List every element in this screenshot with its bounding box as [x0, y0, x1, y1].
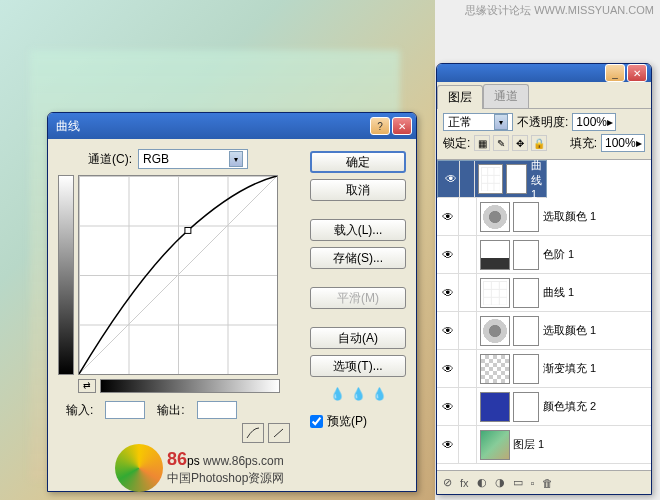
arrow-icon: ▸ — [636, 136, 642, 150]
output-label: 输出: — [157, 402, 184, 419]
folder-icon[interactable]: ▭ — [513, 476, 523, 489]
preview-checkbox[interactable]: 预览(P) — [310, 413, 406, 430]
logo-icon — [115, 444, 163, 492]
link-cell[interactable] — [459, 426, 477, 463]
layer-thumb[interactable] — [480, 392, 510, 422]
layer-mask-thumb[interactable] — [506, 164, 527, 194]
curve-line[interactable] — [79, 176, 277, 374]
opacity-label: 不透明度: — [517, 114, 568, 131]
fill-label: 填充: — [570, 135, 597, 152]
preview-check-input[interactable] — [310, 415, 323, 428]
layer-mask-thumb[interactable] — [513, 354, 539, 384]
input-label: 输入: — [66, 402, 93, 419]
lock-paint-icon[interactable]: ✎ — [493, 135, 509, 151]
fx-icon[interactable]: fx — [460, 477, 469, 489]
layers-panel: _ ✕ 图层 通道 正常 ▾ 不透明度: 100%▸ 锁定: ▦ ✎ ✥ 🔒 填… — [436, 63, 652, 495]
layer-thumb[interactable] — [480, 430, 510, 460]
layer-row[interactable]: 👁选取颜色 1 — [437, 198, 651, 236]
layer-row[interactable]: 👁曲线 1 — [437, 160, 547, 198]
preview-label: 预览(P) — [327, 413, 367, 430]
layer-mask-thumb[interactable] — [513, 278, 539, 308]
panel-footer: ⊘ fx ◐ ◑ ▭ ▫ 🗑 — [437, 470, 651, 494]
arrow-icon: ▸ — [607, 115, 613, 129]
lock-transparent-icon[interactable]: ▦ — [474, 135, 490, 151]
layer-name: 渐变填充 1 — [543, 361, 651, 376]
layer-row[interactable]: 👁色阶 1 — [437, 236, 651, 274]
layer-name: 曲线 1 — [543, 285, 651, 300]
visibility-eye-icon[interactable]: 👁 — [437, 350, 459, 387]
mask-icon[interactable]: ◐ — [477, 476, 487, 489]
visibility-eye-icon[interactable]: 👁 — [437, 274, 459, 311]
white-eyedropper-icon[interactable]: 💧 — [372, 387, 387, 401]
layer-name: 选取颜色 1 — [543, 209, 651, 224]
link-cell[interactable] — [459, 312, 477, 349]
input-gradient — [100, 379, 280, 393]
visibility-eye-icon[interactable]: 👁 — [437, 426, 459, 463]
channel-select[interactable]: RGB ▾ — [138, 149, 248, 169]
output-gradient — [58, 175, 74, 375]
link-cell[interactable] — [459, 236, 477, 273]
link-icon[interactable]: ⊘ — [443, 476, 452, 489]
blend-mode-value: 正常 — [448, 114, 472, 131]
help-button[interactable]: ? — [370, 117, 390, 135]
save-button[interactable]: 存储(S)... — [310, 247, 406, 269]
layer-row[interactable]: 👁曲线 1 — [437, 274, 651, 312]
layer-name: 曲线 1 — [531, 160, 542, 200]
visibility-eye-icon[interactable]: 👁 — [437, 312, 459, 349]
layer-mask-thumb[interactable] — [513, 202, 539, 232]
layer-thumb[interactable] — [480, 278, 510, 308]
svg-line-0 — [79, 176, 277, 374]
gray-eyedropper-icon[interactable]: 💧 — [351, 387, 366, 401]
visibility-eye-icon[interactable]: 👁 — [442, 161, 460, 197]
new-layer-icon[interactable]: ▫ — [531, 477, 535, 489]
tab-layers[interactable]: 图层 — [437, 85, 483, 109]
lock-all-icon[interactable]: 🔒 — [531, 135, 547, 151]
visibility-eye-icon[interactable]: 👁 — [437, 198, 459, 235]
cancel-button[interactable]: 取消 — [310, 179, 406, 201]
panel-min-button[interactable]: _ — [605, 64, 625, 82]
visibility-eye-icon[interactable]: 👁 — [437, 236, 459, 273]
visibility-eye-icon[interactable]: 👁 — [437, 388, 459, 425]
adjustment-icon[interactable]: ◑ — [495, 476, 505, 489]
auto-button[interactable]: 自动(A) — [310, 327, 406, 349]
layer-thumb[interactable] — [480, 202, 510, 232]
layer-name: 色阶 1 — [543, 247, 651, 262]
curve-draw-tool[interactable] — [268, 423, 290, 443]
ok-button[interactable]: 确定 — [310, 151, 406, 173]
layer-row[interactable]: 👁渐变填充 1 — [437, 350, 651, 388]
layer-mask-thumb[interactable] — [513, 392, 539, 422]
curves-titlebar[interactable]: 曲线 ? ✕ — [48, 113, 416, 139]
layer-thumb[interactable] — [478, 164, 503, 194]
layer-row[interactable]: 👁图层 1 — [437, 426, 651, 464]
opacity-input[interactable]: 100%▸ — [572, 113, 616, 131]
layer-thumb[interactable] — [480, 354, 510, 384]
layer-thumb[interactable] — [480, 240, 510, 270]
smooth-button: 平滑(M) — [310, 287, 406, 309]
layer-mask-thumb[interactable] — [513, 240, 539, 270]
fill-input[interactable]: 100%▸ — [601, 134, 645, 152]
lock-move-icon[interactable]: ✥ — [512, 135, 528, 151]
options-button[interactable]: 选项(T)... — [310, 355, 406, 377]
panel-close-button[interactable]: ✕ — [627, 64, 647, 82]
link-cell[interactable] — [459, 350, 477, 387]
curve-point-tool[interactable] — [242, 423, 264, 443]
black-eyedropper-icon[interactable]: 💧 — [330, 387, 345, 401]
load-button[interactable]: 载入(L)... — [310, 219, 406, 241]
input-value[interactable] — [105, 401, 145, 419]
tab-channels[interactable]: 通道 — [483, 84, 529, 108]
layer-thumb[interactable] — [480, 316, 510, 346]
link-cell[interactable] — [460, 161, 475, 197]
close-button[interactable]: ✕ — [392, 117, 412, 135]
link-cell[interactable] — [459, 198, 477, 235]
curve-grid[interactable] — [78, 175, 278, 375]
link-cell[interactable] — [459, 388, 477, 425]
layer-list: 👁曲线 1👁选取颜色 1👁色阶 1👁曲线 1👁选取颜色 1👁渐变填充 1👁颜色填… — [437, 160, 651, 470]
link-cell[interactable] — [459, 274, 477, 311]
layer-row[interactable]: 👁颜色填充 2 — [437, 388, 651, 426]
blend-mode-select[interactable]: 正常 ▾ — [443, 113, 513, 131]
swap-axes-button[interactable]: ⇄ — [78, 379, 96, 393]
output-value[interactable] — [197, 401, 237, 419]
layer-mask-thumb[interactable] — [513, 316, 539, 346]
layer-row[interactable]: 👁选取颜色 1 — [437, 312, 651, 350]
trash-icon[interactable]: 🗑 — [542, 477, 553, 489]
